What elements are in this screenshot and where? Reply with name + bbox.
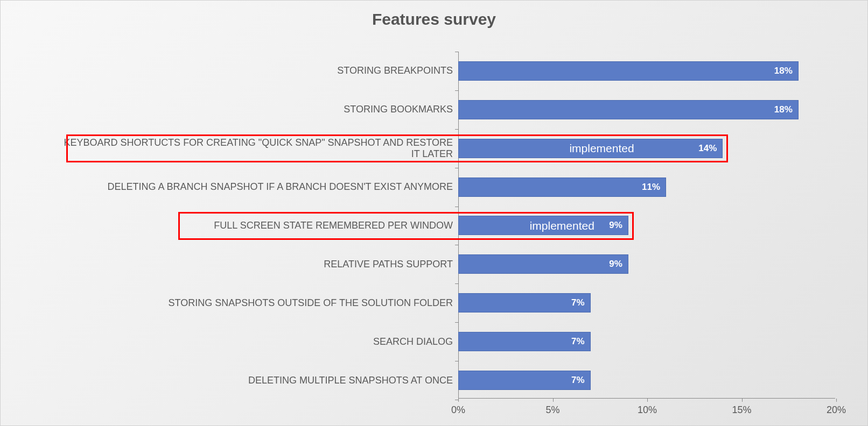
- bar-row: DELETING MULTIPLE SNAPSHOTS AT ONCE7%: [1, 361, 867, 400]
- bar-row: DELETING A BRANCH SNAPSHOT IF A BRANCH D…: [1, 168, 867, 207]
- bar: 18%: [458, 100, 799, 119]
- category-label: RELATIVE PATHS SUPPORT: [324, 245, 453, 283]
- bar-value-label: 11%: [642, 182, 660, 193]
- category-label: STORING SNAPSHOTS OUTSIDE OF THE SOLUTIO…: [169, 283, 453, 322]
- bar-value-label: 7%: [571, 297, 585, 308]
- highlight-box: [178, 212, 634, 240]
- y-tick: [455, 400, 458, 400]
- bar-value-label: 9%: [609, 259, 622, 269]
- bar: 7%: [458, 371, 591, 390]
- x-tick-label: 5%: [545, 404, 559, 416]
- x-tick-label: 20%: [827, 404, 846, 416]
- bar: 7%: [458, 332, 591, 351]
- x-tick-label: 15%: [732, 404, 751, 416]
- bar: 11%: [458, 178, 666, 197]
- bar-value-label: 7%: [571, 336, 585, 347]
- bar-row: STORING SNAPSHOTS OUTSIDE OF THE SOLUTIO…: [1, 283, 867, 322]
- x-tick-label: 0%: [451, 404, 465, 416]
- chart-title: Features survey: [1, 10, 867, 29]
- x-tick-label: 10%: [638, 404, 657, 416]
- bar-row: RELATIVE PATHS SUPPORT9%: [1, 245, 867, 283]
- bar-value-label: 18%: [774, 104, 793, 115]
- bar-value-label: 7%: [571, 375, 585, 386]
- category-label: STORING BOOKMARKS: [344, 90, 453, 129]
- bar: 18%: [458, 61, 799, 81]
- category-label: DELETING A BRANCH SNAPSHOT IF A BRANCH D…: [107, 168, 453, 207]
- category-label: SEARCH DIALOG: [373, 322, 453, 361]
- bar: 7%: [458, 293, 591, 313]
- category-label: DELETING MULTIPLE SNAPSHOTS AT ONCE: [248, 361, 453, 400]
- bar-value-label: 18%: [774, 66, 793, 76]
- category-label: STORING BREAKPOINTS: [337, 52, 453, 90]
- chart-container: Features survey 0%5%10%15%20% STORING BR…: [0, 0, 868, 426]
- bar-row: SEARCH DIALOG7%: [1, 322, 867, 361]
- highlight-box: [66, 134, 728, 162]
- bar-row: STORING BREAKPOINTS18%: [1, 52, 867, 90]
- bar: 9%: [458, 254, 628, 274]
- bar-row: STORING BOOKMARKS18%: [1, 90, 867, 129]
